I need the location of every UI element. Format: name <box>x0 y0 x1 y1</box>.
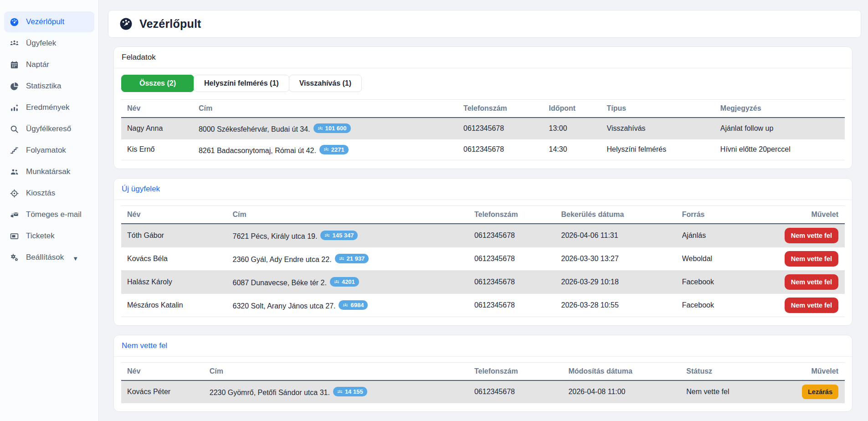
tab-osszes[interactable]: Összes (2) <box>121 75 194 92</box>
cell-phone: 0612345678 <box>463 139 549 160</box>
column-header: Bekerülés dátuma <box>561 206 682 224</box>
population-badge: 101 600 <box>313 123 351 133</box>
tab-visszahivas[interactable]: Visszahívás (1) <box>289 75 362 92</box>
tasks-tabs: Összes (2) Helyszíni felmérés (1) Vissza… <box>121 75 845 92</box>
team-icon <box>9 167 19 177</box>
population-badge: 6984 <box>339 300 368 310</box>
new-customers-table: Név Cím Telefonszám Bekerülés dátuma For… <box>121 205 845 317</box>
new-customers-card: Új ügyfelek Név Cím Telefonszám Bekerülé… <box>113 178 853 326</box>
tab-helyszini-felmeres[interactable]: Helyszíni felmérés (1) <box>194 75 289 92</box>
chevron-down-icon: ▼ <box>72 255 78 262</box>
cell-time: 14:30 <box>549 139 606 160</box>
cell-date: 2026-04-08 11:00 <box>568 380 686 403</box>
people-icon <box>318 126 323 131</box>
bar-chart-icon <box>9 103 19 113</box>
table-row: Nagy Anna 8000 Székesfehérvár, Budai út … <box>121 118 845 139</box>
sidebar-item-munkatarsak[interactable]: Munkatársak <box>4 161 94 182</box>
people-icon <box>334 279 339 285</box>
population-badge: 21 937 <box>335 254 369 263</box>
cell-type: Helyszíni felmérés <box>607 139 720 160</box>
column-header: Cím <box>233 206 474 224</box>
column-header: Név <box>121 206 233 224</box>
calendar-icon <box>9 60 19 70</box>
sidebar-item-label: Kiosztás <box>26 189 55 198</box>
sidebar-item-ticketek[interactable]: Ticketek <box>4 226 94 246</box>
gauge-icon <box>9 17 19 27</box>
cell-date: 2026-04-06 11:31 <box>561 224 682 247</box>
missed-calls-card-title: Nem vette fel <box>114 335 852 357</box>
sidebar-item-label: Ügyfelek <box>26 39 56 48</box>
column-header: Telefonszám <box>474 363 568 381</box>
cell-status: Nem vette fel <box>686 380 787 403</box>
sidebar-item-label: Naptár <box>26 60 49 69</box>
cell-address: 7621 Pécs, Király utca 19.145 347 <box>233 224 474 247</box>
lezaras-button[interactable]: Lezárás <box>802 385 838 399</box>
nem-vette-fel-button[interactable]: Nem vette fel <box>785 298 838 313</box>
sidebar-item-folyamatok[interactable]: Folyamatok <box>4 140 94 161</box>
cell-note: Ajánlat follow up <box>720 118 845 139</box>
cell-action: Nem vette fel <box>776 224 845 247</box>
sidebar-item-statisztika[interactable]: Statisztika <box>4 76 94 97</box>
cell-action: Nem vette fel <box>776 294 845 317</box>
cell-action: Nem vette fel <box>776 271 845 294</box>
sidebar-item-ugyfelkereso[interactable]: Ügyfélkereső <box>4 118 94 139</box>
sidebar-item-label: Statisztika <box>26 82 61 91</box>
table-header-row: Név Cím Telefonszám Bekerülés dátuma For… <box>121 206 845 224</box>
nem-vette-fel-button[interactable]: Nem vette fel <box>785 251 838 267</box>
column-header: Cím <box>210 363 474 381</box>
column-header: Telefonszám <box>463 100 549 118</box>
column-header: Megjegyzés <box>720 100 845 118</box>
column-header: Forrás <box>682 206 776 224</box>
cell-address: 6320 Solt, Arany János utca 27.6984 <box>233 294 474 317</box>
column-header: Időpont <box>549 100 606 118</box>
cell-phone: 0612345678 <box>474 271 561 294</box>
column-header: Módosítás dátuma <box>568 363 686 381</box>
column-header: Név <box>121 363 210 381</box>
sidebar-item-label: Folyamatok <box>26 146 66 155</box>
main-content: Vezérlőpult Feladatok Összes (2) Helyszí… <box>99 0 868 421</box>
cell-source: Ajánlás <box>682 224 776 247</box>
cell-address: 8000 Székesfehérvár, Budai út 34.101 600 <box>199 118 463 139</box>
table-row: Kovács Béla 2360 Gyál, Ady Endre utca 22… <box>121 247 845 271</box>
sidebar-item-beallitasok[interactable]: Beállítások ▼ <box>4 247 94 268</box>
table-row: Kis Ernő 8261 Badacsonytomaj, Római út 4… <box>121 139 845 160</box>
cell-name: Halász Károly <box>121 271 233 294</box>
population-badge: 4201 <box>330 277 359 287</box>
sidebar-item-label: Ticketek <box>26 231 55 241</box>
gears-icon <box>9 252 19 262</box>
tasks-card-title: Feladatok <box>114 47 852 68</box>
table-row: Tóth Gábor 7621 Pécs, Király utca 19.145… <box>121 224 845 247</box>
new-customers-card-title: Új ügyfelek <box>114 179 852 200</box>
cell-action: Lezárás <box>787 380 845 403</box>
column-header: Cím <box>199 100 463 118</box>
tasks-table: Név Cím Telefonszám Időpont Típus Megjeg… <box>121 99 845 160</box>
population-badge: 14 155 <box>333 387 367 396</box>
stairs-icon <box>9 145 19 155</box>
cell-phone: 0612345678 <box>474 224 561 247</box>
table-header-row: Név Cím Telefonszám Módosítás dátuma Stá… <box>121 363 845 381</box>
cell-address: 6087 Dunavecse, Béke tér 2.4201 <box>233 271 474 294</box>
sidebar-item-vezerlopult[interactable]: Vezérlőpult <box>4 11 94 32</box>
sidebar-item-label: Beállítások <box>26 253 64 262</box>
cell-name: Tóth Gábor <box>121 224 233 247</box>
sidebar-item-eredmenyek[interactable]: Eredmények <box>4 97 94 118</box>
sidebar-item-ugyfelek[interactable]: Ügyfelek <box>4 33 94 54</box>
population-badge: 2271 <box>319 145 349 154</box>
sidebar-item-tomeges-email[interactable]: Tömeges e-mail <box>4 204 94 225</box>
nem-vette-fel-button[interactable]: Nem vette fel <box>785 228 838 243</box>
sidebar-item-naptar[interactable]: Naptár <box>4 54 94 75</box>
missed-calls-card: Nem vette fel Név Cím Telefonszám Módosí… <box>113 335 853 412</box>
cell-date: 2026-03-29 10:18 <box>561 271 682 294</box>
table-row: Halász Károly 6087 Dunavecse, Béke tér 2… <box>121 271 845 294</box>
sidebar-item-kiosztas[interactable]: Kiosztás <box>4 183 94 204</box>
sidebar-item-label: Tömeges e-mail <box>26 210 82 219</box>
cell-action: Nem vette fel <box>776 247 845 271</box>
cell-source: Facebook <box>682 271 776 294</box>
sidebar-item-label: Vezérlőpult <box>26 17 64 26</box>
nem-vette-fel-button[interactable]: Nem vette fel <box>785 274 838 290</box>
sidebar: Vezérlőpult Ügyfelek Naptár Statisztika … <box>0 0 99 421</box>
cell-date: 2026-03-30 13:27 <box>561 247 682 271</box>
target-icon <box>9 188 19 198</box>
people-icon <box>324 147 329 152</box>
cell-address: 2360 Gyál, Ady Endre utca 22.21 937 <box>233 247 474 271</box>
